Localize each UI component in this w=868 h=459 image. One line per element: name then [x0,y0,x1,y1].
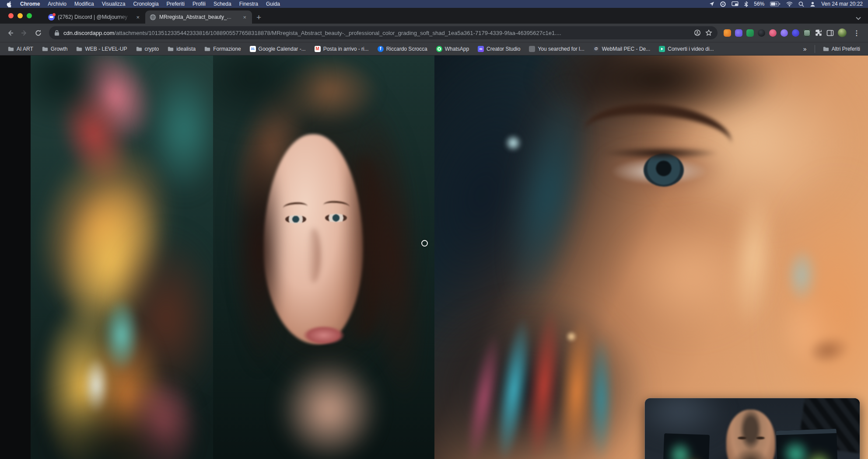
eye-closed-left [738,437,746,439]
tab-strip: (2762) Discord | @Midjourney × MRregista… [0,8,868,24]
bookmarks-overflow-chevron[interactable]: » [800,45,810,52]
url-path: /attachments/1013512335442333816/1088905… [114,30,561,36]
bluetooth-icon[interactable] [744,1,748,7]
folder-icon [204,46,210,52]
address-bar[interactable]: cdn.discordapp.com/attachments/101351233… [49,26,718,39]
facebook-icon: f [378,46,384,52]
folder-icon [8,46,14,52]
discord-favicon [48,14,55,21]
extension-icon[interactable] [780,29,788,37]
bookmark-folder-crypto[interactable]: crypto [133,45,163,53]
bookmark-video-converter[interactable]: Converti i video di... [655,45,717,53]
extension-icon[interactable] [769,29,777,37]
apple-menu-icon[interactable] [6,1,12,7]
extension-icon[interactable] [724,29,731,37]
page-content [0,56,868,459]
forward-button[interactable] [18,26,31,39]
creator-studio-icon: ∞ [478,46,484,52]
close-window-button[interactable] [8,13,14,18]
profile-avatar[interactable] [838,28,847,37]
artwork-panel-portrait [213,56,434,459]
bookmark-star-icon[interactable] [705,29,712,36]
menubar-item-profili[interactable]: Profili [189,1,210,7]
extensions-row: ⋮ [722,28,864,37]
zoom-window-button[interactable] [27,13,32,18]
bookmark-search-result[interactable]: You searched for l... [525,45,588,53]
folder-icon [168,46,174,52]
display-mirroring-icon[interactable] [732,1,738,7]
lips [303,326,345,345]
extension-icon[interactable] [735,29,742,37]
extension-icon[interactable] [803,29,811,37]
tab-search-chevron-icon[interactable] [856,14,861,22]
back-button[interactable] [4,26,17,39]
tab-title: MRregista_Abstract_beauty_... [159,14,238,20]
url-text[interactable]: cdn.discordapp.com/attachments/101351233… [63,30,690,36]
minimize-window-button[interactable] [18,13,23,18]
window-controls [8,13,32,18]
bookmark-webmail-pec[interactable]: @ WebMail PEC - De... [590,45,654,53]
location-icon[interactable] [709,1,714,7]
menubar-item-archivio[interactable]: Archivio [44,1,70,7]
tab-image-attachment[interactable]: MRregista_Abstract_beauty_... × [145,10,252,24]
bookmark-folder-growth[interactable]: Growth [38,45,71,53]
user-switch-icon[interactable] [810,1,816,7]
bookmark-folder-ai-art[interactable]: AI ART [4,45,37,53]
whatsapp-icon [436,46,442,52]
converter-icon [659,46,665,52]
generic-page-icon [529,46,535,52]
bookmark-folder-web-level-up[interactable]: WEB - LEVEL-UP [73,45,130,53]
webcam-overlay [645,398,860,459]
artwork-panel-abstract [31,56,213,459]
extension-icon[interactable] [792,29,799,37]
new-tab-button[interactable]: + [256,12,261,23]
record-icon[interactable] [720,1,726,7]
bookmark-gmail-inbox[interactable]: M Posta in arrivo - ri... [311,45,372,53]
menubar-item-chrome[interactable]: Chrome [16,1,44,7]
tab-close-icon[interactable]: × [242,14,248,21]
bookmark-folder-idealista[interactable]: idealista [164,45,199,53]
battery-icon[interactable] [770,1,780,7]
wifi-icon[interactable] [786,2,793,7]
menubar-item-cronologia[interactable]: Cronologia [130,1,163,7]
eye-left [285,215,306,223]
tab-discord[interactable]: (2762) Discord | @Midjourney × [44,10,145,24]
menubar-item-finestra[interactable]: Finestra [235,1,262,7]
screen: Chrome Archivio Modifica Visualizza Cron… [0,0,868,459]
browser-toolbar: cdn.discordapp.com/attachments/101351233… [0,24,868,42]
extension-icon[interactable] [746,29,754,37]
gmail-icon: M [315,46,321,52]
extensions-puzzle-icon[interactable] [815,29,822,37]
reload-button[interactable] [32,26,45,39]
menubar-item-guida[interactable]: Guida [262,1,284,7]
bookmark-whatsapp[interactable]: WhatsApp [433,45,472,53]
cursor-zoom-icon [421,240,428,247]
bookmark-other-favorites[interactable]: Altri Preferiti [819,45,864,53]
webmail-icon: @ [593,46,599,52]
menubar-item-modifica[interactable]: Modifica [70,1,98,7]
menubar-item-scheda[interactable]: Scheda [210,1,235,7]
menubar-item-visualizza[interactable]: Visualizza [98,1,130,7]
extension-icon[interactable] [758,29,765,37]
bookmarks-separator [815,45,815,53]
sidebar-icon[interactable] [826,29,834,37]
bookmark-folder-formazione[interactable]: Formazione [201,45,244,53]
tab-title: (2762) Discord | @Midjourney [58,14,132,20]
menubar-clock[interactable]: Ven 24 mar 20:22 [821,1,863,7]
bookmarks-bar: AI ART Growth WEB - LEVEL-UP crypto idea… [0,42,868,55]
google-calendar-icon: 31 [250,46,256,52]
chrome-menu-kebab-icon[interactable]: ⋮ [850,29,863,37]
menubar-item-preferiti[interactable]: Preferiti [163,1,189,7]
nose-shadow [307,228,321,283]
spotlight-search-icon[interactable] [798,1,804,7]
bookmark-facebook-profile[interactable]: f Riccardo Scrocca [374,45,431,53]
streak-teal [590,333,612,459]
tab-close-icon[interactable]: × [135,14,141,21]
page-action-icon[interactable] [694,29,701,36]
folder-icon [136,46,142,52]
lock-icon[interactable] [54,30,60,36]
folder-icon [76,46,82,52]
bookmark-google-calendar[interactable]: 31 Google Calendar -... [246,45,309,53]
bookmark-creator-studio[interactable]: ∞ Creator Studio [474,45,524,53]
macos-menubar: Chrome Archivio Modifica Visualizza Cron… [0,0,868,8]
